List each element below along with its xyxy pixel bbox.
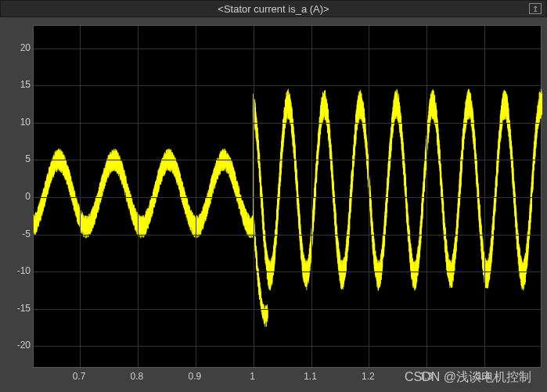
- y-tick-label: 20: [7, 42, 31, 53]
- x-tick-label: 1.2: [362, 371, 375, 382]
- grid-line-h: [34, 197, 541, 198]
- grid-line-h: [34, 346, 541, 347]
- grid-line-h: [34, 309, 541, 310]
- y-tick-label: 0: [7, 191, 31, 202]
- y-tick-label: 5: [7, 153, 31, 164]
- grid-line-h: [34, 272, 541, 272]
- y-tick-label: -15: [7, 303, 31, 314]
- grid-line-v: [369, 26, 369, 367]
- y-tick-label: -5: [7, 228, 31, 239]
- y-tick-label: 10: [7, 117, 31, 128]
- grid-line-h: [34, 85, 541, 86]
- plot-area[interactable]: [33, 25, 542, 368]
- grid-line-v: [311, 26, 312, 367]
- grid-line-v: [254, 26, 254, 367]
- grid-line-v: [426, 26, 427, 367]
- grid-line-v: [484, 26, 485, 367]
- x-tick-label: 1.4: [477, 371, 491, 382]
- grid-line-v: [196, 26, 196, 367]
- scope-window: <Stator current is_a (A)> CSDN @浅谈电机控制 -…: [0, 0, 547, 392]
- y-tick-label: -20: [7, 340, 31, 351]
- grid-line-h: [34, 123, 541, 124]
- x-tick-label: 0.8: [131, 371, 144, 382]
- plot-title: <Stator current is_a (A)>: [218, 3, 329, 15]
- y-tick-label: -10: [7, 265, 31, 276]
- x-tick-label: 1.3: [419, 371, 433, 382]
- grid-line-v: [80, 26, 81, 367]
- y-tick-label: 15: [7, 79, 31, 90]
- title-bar: <Stator current is_a (A)>: [0, 0, 547, 17]
- plot-container: CSDN @浅谈电机控制 -20-15-10-5051015200.70.80.…: [0, 17, 547, 392]
- x-tick-label: 1: [250, 371, 255, 382]
- x-tick-label: 0.9: [188, 371, 201, 382]
- dock-icon[interactable]: [529, 3, 542, 14]
- x-tick-label: 1.1: [304, 371, 317, 382]
- grid-line-h: [34, 160, 541, 160]
- grid-line-v: [138, 26, 139, 367]
- grid-line-h: [34, 49, 541, 49]
- x-tick-label: 0.7: [73, 371, 86, 382]
- grid-line-h: [34, 235, 541, 236]
